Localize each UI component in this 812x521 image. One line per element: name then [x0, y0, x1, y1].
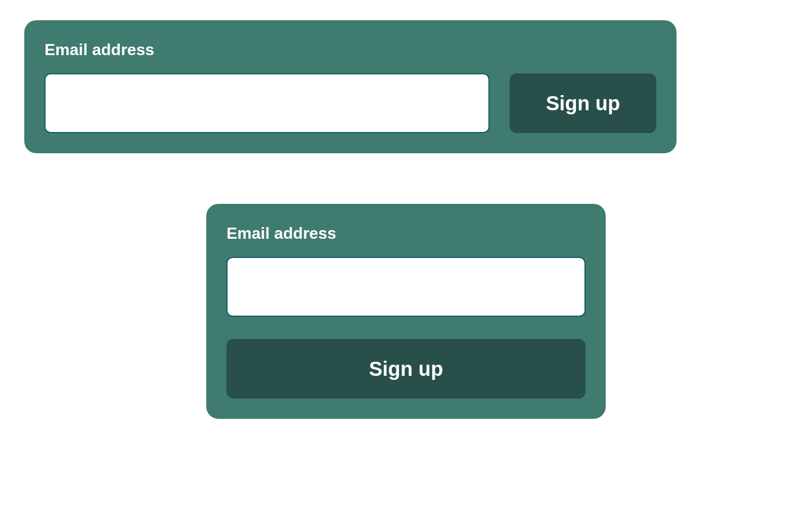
email-field[interactable]	[44, 73, 489, 133]
email-label: Email address	[227, 224, 585, 243]
signup-button[interactable]: Sign up	[510, 73, 656, 133]
email-label: Email address	[44, 40, 656, 59]
signup-row: Sign up	[44, 73, 656, 133]
signup-column: Sign up	[227, 257, 585, 399]
email-field[interactable]	[227, 257, 585, 317]
signup-button[interactable]: Sign up	[227, 339, 585, 399]
signup-card-narrow: Email address Sign up	[206, 204, 606, 419]
signup-card-wide: Email address Sign up	[24, 20, 676, 153]
